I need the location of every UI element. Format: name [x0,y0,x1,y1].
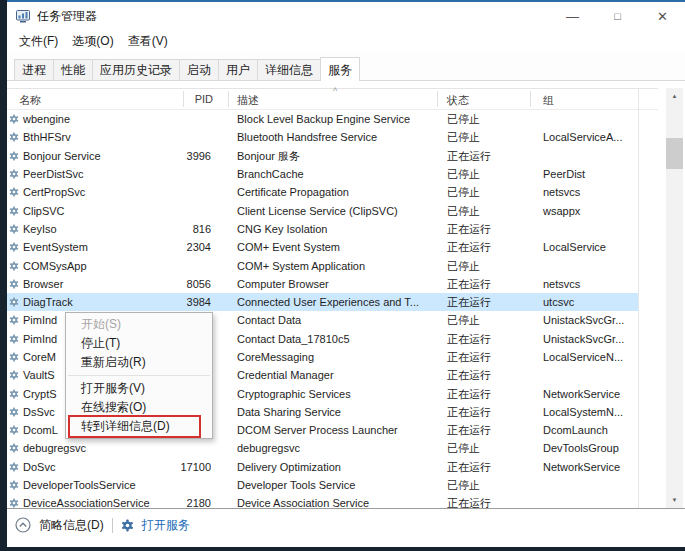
column-header-name[interactable]: 名称 [19,93,41,108]
table-row[interactable]: DoSvc17100Delivery Optimization正在运行Netwo… [7,458,638,476]
table-row[interactable]: CertPropSvcCertificate Propagation已停止net… [7,183,638,201]
table-header: 名称 PID 描述 状态 组 ^ [7,88,658,110]
table-row[interactable]: ClipSVCClient License Service (ClipSVC)已… [7,201,638,219]
close-button[interactable]: ✕ [640,2,685,30]
service-group: DevToolsGroup [543,442,638,454]
service-name: PeerDistSvc [9,168,183,180]
tab-details[interactable]: 详细信息 [257,59,321,80]
service-group: netsvcs [543,186,638,198]
service-description: Connected User Experiences and T... [237,296,435,308]
service-name: ClipSVC [9,205,183,217]
annotation-highlight-box [68,415,201,438]
title-bar: 任务管理器 — □ ✕ [7,2,685,30]
service-gear-icon [9,151,19,161]
minimize-button[interactable]: — [550,2,595,30]
context-menu-item[interactable]: 重新启动(R) [66,353,212,372]
service-group: UnistackSvcGr... [543,333,638,345]
service-status: 正在运行 [447,351,529,363]
table-row[interactable]: wbengineBlock Level Backup Engine Servic… [7,110,638,128]
table-row[interactable]: DeviceAssociationService2180Device Assoc… [7,494,638,508]
table-row[interactable]: BthHFSrvBluetooth Handsfree Service已停止Lo… [7,128,638,146]
table-row[interactable]: Bonjour Service3996Bonjour 服务正在运行 [7,147,638,165]
column-header-status[interactable]: 状态 [447,93,469,108]
service-status: 正在运行 [447,406,529,418]
service-name: COMSysApp [9,260,183,272]
window-title: 任务管理器 [37,8,97,25]
task-manager-window: 任务管理器 — □ ✕ 文件(F)选项(O)查看(V) 进程性能应用历史记录启动… [7,0,685,545]
tab-startup[interactable]: 启动 [179,59,219,80]
service-gear-icon [9,370,19,380]
service-group: wsappx [543,205,638,217]
menu-item[interactable]: 查看(V) [121,30,175,53]
service-status: 已停止 [447,113,529,125]
tab-processes[interactable]: 进程 [14,59,54,80]
service-gear-icon [9,407,19,417]
service-group: NetworkService [543,461,638,473]
column-header-description[interactable]: 描述 [237,93,259,108]
service-gear-icon [9,224,19,234]
service-status: 正在运行 [447,388,529,400]
scrollbar-thumb[interactable] [666,138,683,169]
table-row[interactable]: debugregsvcdebugregsvc已停止DevToolsGroup [7,439,638,457]
table-row[interactable]: EventSystem2304COM+ Event System正在运行Loca… [7,238,638,256]
services-gear-icon [121,519,134,532]
service-description: Certificate Propagation [237,186,435,198]
service-gear-icon [9,315,19,325]
service-status: 已停止 [447,442,529,454]
context-menu-item[interactable]: 停止(T) [66,334,212,353]
service-gear-icon [9,187,19,197]
scroll-down-button[interactable]: ▼ [666,492,683,508]
service-group: DcomLaunch [543,424,638,436]
column-header-pid[interactable]: PID [157,93,213,105]
app-icon [16,9,30,23]
service-description: Bonjour 服务 [237,150,435,162]
column-divider [437,91,438,107]
menu-item[interactable]: 选项(O) [65,30,120,53]
maximize-button[interactable]: □ [595,2,640,30]
service-status: 正在运行 [447,497,529,508]
service-gear-icon [9,132,19,142]
table-row[interactable]: KeyIso816CNG Key Isolation正在运行 [7,220,638,238]
service-status: 已停止 [447,186,529,198]
service-gear-icon [9,352,19,362]
menu-item[interactable]: 文件(F) [12,30,65,53]
service-pid: 2304 [157,241,211,253]
context-menu-item[interactable]: 打开服务(V) [66,379,212,398]
service-gear-icon [9,279,19,289]
tab-strip: 进程性能应用历史记录启动用户详细信息服务 [7,53,685,81]
chevron-up-circle-icon[interactable] [15,517,31,533]
service-status: 正在运行 [447,369,529,381]
table-right-border [638,88,639,508]
tab-app-history[interactable]: 应用历史记录 [92,59,180,80]
service-name: CertPropSvc [9,186,183,198]
tab-performance[interactable]: 性能 [53,59,93,80]
service-group: utcsvc [543,296,638,308]
table-row[interactable]: DeveloperToolsServiceDeveloper Tools Ser… [7,476,638,494]
service-pid: 3996 [157,150,211,162]
service-description: Client License Service (ClipSVC) [237,205,435,217]
table-row[interactable]: DiagTrack3984Connected User Experiences … [7,293,638,311]
tab-users[interactable]: 用户 [218,59,258,80]
service-gear-icon [9,206,19,216]
tab-services[interactable]: 服务 [320,57,360,81]
table-row[interactable]: COMSysAppCOM+ System Application已停止 [7,256,638,274]
table-row[interactable]: Browser8056Computer Browser正在运行netsvcs [7,275,638,293]
column-header-group[interactable]: 组 [543,93,554,108]
service-name: DeveloperToolsService [9,479,183,491]
service-status: 正在运行 [447,461,529,473]
service-group: LocalServiceA... [543,131,638,143]
scroll-up-button[interactable]: ▲ [666,88,683,104]
service-description: Contact Data_17810c5 [237,333,435,345]
details-toggle[interactable]: 简略信息(D) [39,517,104,534]
open-services-link[interactable]: 打开服务 [142,517,190,534]
service-gear-icon [9,242,19,252]
sort-ascending-icon: ^ [333,86,337,96]
service-status: 已停止 [447,479,529,491]
service-gear-icon [9,389,19,399]
table-row[interactable]: PeerDistSvcBranchCache已停止PeerDist [7,165,638,183]
service-status: 正在运行 [447,296,529,308]
service-group: netsvcs [543,278,638,290]
context-menu-item: 开始(S) [66,315,212,334]
service-description: CNG Key Isolation [237,223,435,235]
vertical-scrollbar[interactable]: ▲ ▼ [666,88,683,508]
